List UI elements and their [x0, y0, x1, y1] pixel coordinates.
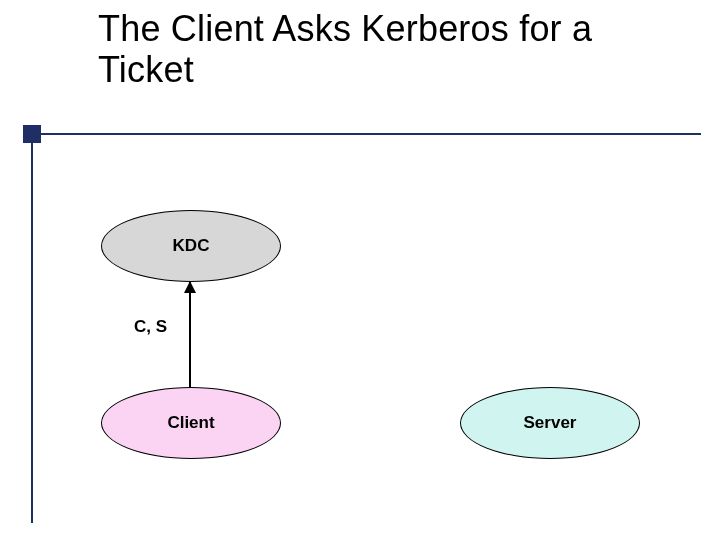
kdc-node: KDC	[101, 210, 281, 282]
arrow-client-to-kdc	[189, 282, 191, 387]
title-underline	[41, 133, 701, 135]
left-rule	[31, 143, 33, 523]
arrow-label: C, S	[134, 317, 167, 337]
server-node: Server	[460, 387, 640, 459]
server-label: Server	[524, 413, 577, 433]
slide: The Client Asks Kerberos for a Ticket KD…	[0, 0, 720, 540]
kdc-label: KDC	[173, 236, 210, 256]
slide-title: The Client Asks Kerberos for a Ticket	[98, 8, 678, 91]
corner-square-icon	[23, 125, 41, 143]
client-label: Client	[167, 413, 214, 433]
client-node: Client	[101, 387, 281, 459]
